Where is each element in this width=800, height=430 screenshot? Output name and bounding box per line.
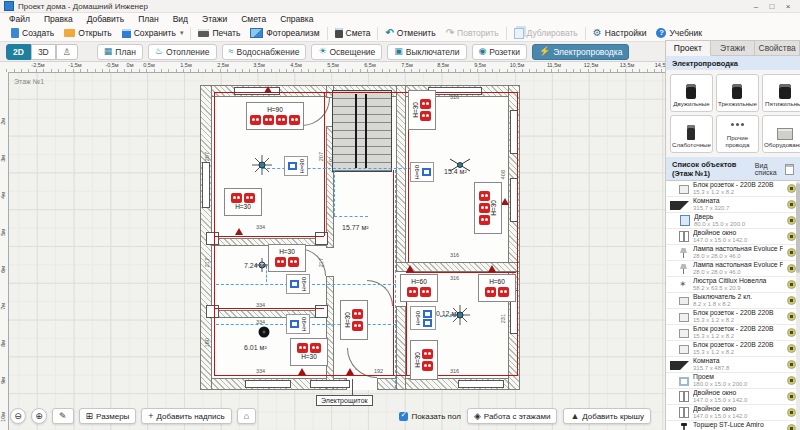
light-switch[interactable]: H=90 <box>286 314 310 334</box>
socket-block[interactable]: H=30 <box>474 182 502 234</box>
dimensions-button[interactable]: ⊞ Размеры <box>79 408 137 424</box>
close-button[interactable]: × <box>780 2 796 11</box>
wall[interactable] <box>212 310 330 318</box>
socket-block[interactable]: H=30 <box>408 90 436 130</box>
light-switch[interactable]: H=90 <box>410 162 434 182</box>
settings-button[interactable]: ⚙Настройки <box>588 26 652 40</box>
menu-item[interactable]: План <box>131 14 166 24</box>
estimate-button[interactable]: Смета <box>330 26 376 40</box>
list-item[interactable]: Двойное окно147.0 x 15.0 x 142.0 <box>666 229 800 245</box>
list-item[interactable]: Проем180.0 x 15.0 x 200.0 <box>666 373 800 389</box>
visibility-eye-icon[interactable] <box>787 328 796 337</box>
list-item[interactable]: Торшер ST-Luce Amiro42.6 x 35.8 x 140.1 <box>666 421 800 430</box>
visibility-eye-icon[interactable] <box>787 264 796 273</box>
menu-item[interactable]: Справка <box>273 14 320 24</box>
menu-item[interactable]: Добавить <box>80 14 132 24</box>
light-switch[interactable]: H=90 <box>284 156 308 176</box>
visibility-eye-icon[interactable] <box>787 248 796 257</box>
save-button[interactable]: Сохранить▾ <box>117 26 189 40</box>
visibility-eye-icon[interactable] <box>787 376 796 385</box>
list-item[interactable]: Комната315.7 x 487.8 <box>666 357 800 373</box>
zoom-out-button[interactable]: ⊖ <box>10 408 26 424</box>
work-with-floors-button[interactable]: ◈ Работа с этажами <box>467 408 557 424</box>
view-list-icon[interactable] <box>785 164 794 175</box>
window[interactable] <box>458 380 504 388</box>
list-item[interactable]: Двойное окно147.0 x 15.0 x 142.0 <box>666 389 800 405</box>
sconce-lamp[interactable] <box>501 198 509 205</box>
view-list-control[interactable]: Вид списка <box>755 162 794 176</box>
light-switch[interactable]: H=90 <box>286 274 310 294</box>
sconce-lamp[interactable] <box>406 265 414 272</box>
list-scrollbar-thumb[interactable] <box>796 183 800 273</box>
add-caption-button[interactable]: + Добавить надпись <box>141 408 231 424</box>
menu-item[interactable]: Вид <box>166 14 195 24</box>
visibility-eye-icon[interactable] <box>787 392 796 401</box>
sconce-lamp[interactable] <box>488 265 496 272</box>
panel-tab[interactable]: Свойства <box>755 40 800 56</box>
show-floor-checkbox[interactable]: Показать пол <box>399 412 461 421</box>
window[interactable] <box>310 380 350 388</box>
equipment-button[interactable]: Оборудование <box>762 115 800 153</box>
home-button[interactable]: ⌂ <box>237 408 256 424</box>
tool-wiring-button[interactable]: ⚡Электропроводка <box>532 44 630 60</box>
socket-block[interactable]: H=30 <box>268 244 306 272</box>
list-item[interactable]: Выключатель 2 кл.8.2 x 1.8 x 8.2 <box>666 293 800 309</box>
cable-2core-button[interactable]: Двужильные <box>670 74 713 112</box>
list-item[interactable]: Двойное окно147.0 x 15.0 x 142.0 <box>666 405 800 421</box>
menu-item[interactable]: Этажи <box>195 14 234 24</box>
list-item[interactable]: Блок розеток - 220В 220В15.3 x 1.2 x 8.2 <box>666 341 800 357</box>
socket-block[interactable]: H=30 <box>290 338 328 366</box>
checkbox-checked-icon[interactable] <box>399 412 408 421</box>
drawing-canvas[interactable]: -2,5м-1,5м-0,5м0м0,5м1,5м2,5м3,5м4,5м5,5… <box>0 62 666 430</box>
panel-tab[interactable]: Проект <box>666 40 711 56</box>
menu-item[interactable]: Правка <box>37 14 80 24</box>
wall[interactable] <box>396 85 406 265</box>
tool-plan-button[interactable]: ▦План <box>97 44 143 60</box>
cable-3core-button[interactable]: Трехжильные <box>716 74 759 112</box>
menu-item[interactable]: Смета <box>234 14 273 24</box>
create-button[interactable]: Создать <box>6 26 59 40</box>
visibility-eye-icon[interactable] <box>787 232 796 241</box>
cable-5core-button[interactable]: Пятижильные <box>762 74 800 112</box>
socket-block[interactable]: H=90 <box>246 102 304 130</box>
tool-lighting-button[interactable]: ☀Освещение <box>311 44 382 60</box>
socket-block[interactable]: H=30 <box>410 340 438 380</box>
add-roof-button[interactable]: ▲ Добавить крышу <box>563 408 651 424</box>
visibility-eye-icon[interactable] <box>787 200 796 209</box>
sconce-lamp[interactable] <box>264 86 272 93</box>
cable-lowcurrent-button[interactable]: Слаботочные <box>670 115 713 153</box>
visibility-eye-icon[interactable] <box>787 216 796 225</box>
list-item[interactable]: Комната315.7 x 320.7 <box>666 197 800 213</box>
minimize-button[interactable]: – <box>748 2 764 11</box>
wall[interactable] <box>326 276 334 390</box>
3d-mode-button[interactable]: 3D <box>31 44 56 60</box>
socket-block[interactable]: H=60 <box>478 274 516 302</box>
list-item[interactable]: Люстра Citilux Новелла58.2 x 63.5 x 20.9 <box>666 277 800 293</box>
tool-water-supply-button[interactable]: ≈Водоснабжение <box>222 44 307 60</box>
maximize-button[interactable]: □ <box>764 2 780 11</box>
walk-mode-button[interactable]: ♙ <box>56 44 78 60</box>
list-item[interactable]: Блок розеток - 220В 220В15.3 x 1.2 x 8.2 <box>666 309 800 325</box>
menu-item[interactable]: Файл <box>2 14 37 24</box>
window[interactable] <box>245 380 291 388</box>
visibility-eye-icon[interactable] <box>787 424 796 430</box>
socket-block[interactable]: H=30 <box>224 188 262 216</box>
wall[interactable] <box>396 262 520 272</box>
panel-tab[interactable]: Этажи <box>711 40 756 56</box>
open-button[interactable]: Открыть <box>59 26 116 40</box>
other-wires-button[interactable]: Прочие провода <box>716 115 759 153</box>
visibility-eye-icon[interactable] <box>787 296 796 305</box>
electrical-panel-label[interactable]: Электрощиток <box>316 395 373 406</box>
list-item[interactable]: Блок розеток - 220В 220В15.3 x 1.2 x 8.2 <box>666 325 800 341</box>
tutorial-button[interactable]: ?Учебник <box>651 26 707 40</box>
list-item[interactable]: Блок розеток - 220В 220В15.3 x 1.2 x 8.2 <box>666 181 800 197</box>
lamp-dot[interactable] <box>257 325 271 343</box>
photorealism-button[interactable]: Фотореализм <box>245 26 324 40</box>
lamp-chandelier[interactable] <box>447 302 473 332</box>
2d-mode-button[interactable]: 2D <box>6 44 31 60</box>
tool-heating-button[interactable]: ♨Отопление <box>148 44 217 60</box>
visibility-eye-icon[interactable] <box>787 360 796 369</box>
list-item[interactable]: Лампа настольная Evoluce Fog...28.0 x 28… <box>666 245 800 261</box>
save-dropdown-arrow-icon[interactable]: ▾ <box>180 29 184 37</box>
light-switch[interactable]: H=90 <box>410 306 436 330</box>
